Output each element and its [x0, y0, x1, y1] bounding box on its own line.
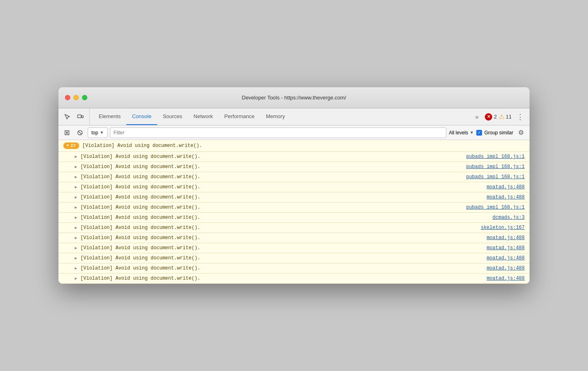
row-source-link[interactable]: pubads_impl_168.js:1 [466, 205, 525, 210]
row-left: ▶ [Violation] Avoid using document.write… [75, 245, 200, 251]
row-expand-arrow[interactable]: ▶ [75, 185, 77, 190]
row-left: ▶ [Violation] Avoid using document.write… [75, 205, 200, 210]
error-badge: ✕ [485, 113, 492, 121]
console-row: ▶ [Violation] Avoid using document.write… [58, 213, 530, 223]
row-expand-arrow[interactable]: ▶ [75, 246, 77, 250]
row-expand-arrow[interactable]: ▶ [75, 154, 77, 159]
row-source-link[interactable]: pubads_impl_168.js:1 [466, 164, 525, 170]
tab-console[interactable]: Console [126, 108, 157, 125]
group-badge[interactable]: ▼ 27 [63, 142, 79, 149]
group-header-message: [Violation] Avoid using document.write()… [82, 143, 202, 149]
clear-console-button[interactable] [62, 127, 72, 138]
maximize-button[interactable] [82, 95, 87, 100]
row-left: ▶ [Violation] Avoid using document.write… [75, 225, 200, 231]
warning-icon: ⚠ [499, 113, 504, 121]
console-toolbar: top ▼ All levels ▼ ✓ Group similar ⚙ [58, 125, 530, 140]
row-left: ▶ [Violation] Avoid using document.write… [75, 276, 200, 281]
row-left: ▶ [Violation] Avoid using document.write… [75, 235, 200, 241]
row-message: [Violation] Avoid using document.write()… [80, 174, 200, 180]
row-message: [Violation] Avoid using document.write()… [80, 235, 200, 241]
filter-input[interactable] [110, 127, 447, 138]
console-row: ▶ [Violation] Avoid using document.write… [58, 172, 530, 182]
row-left: ▶ [Violation] Avoid using document.write… [75, 164, 200, 170]
row-source-link[interactable]: moatad.js:488 [486, 235, 525, 241]
error-count: 2 [494, 114, 497, 120]
console-row: ▶ [Violation] Avoid using document.write… [58, 152, 530, 162]
tab-performance[interactable]: Performance [218, 108, 260, 125]
more-options-button[interactable]: ⋮ [514, 112, 526, 121]
row-source-link[interactable]: pubads_impl_168.js:1 [466, 174, 525, 180]
console-row: ▶ [Violation] Avoid using document.write… [58, 243, 530, 253]
device-toolbar-button[interactable] [75, 111, 86, 123]
row-source-link[interactable]: moatad.js:488 [486, 194, 525, 200]
row-message: [Violation] Avoid using document.write()… [80, 164, 200, 170]
console-row: ▶ [Violation] Avoid using document.write… [58, 162, 530, 172]
console-content: ▼ 27 [Violation] Avoid using document.wr… [58, 140, 530, 284]
row-source-link[interactable]: moatad.js:488 [486, 255, 525, 261]
console-row: ▶ [Violation] Avoid using document.write… [58, 263, 530, 274]
group-similar-label: Group similar [484, 130, 513, 136]
row-expand-arrow[interactable]: ▶ [75, 175, 77, 179]
row-expand-arrow[interactable]: ▶ [75, 205, 77, 210]
row-left: ▶ [Violation] Avoid using document.write… [75, 154, 200, 160]
row-expand-arrow[interactable]: ▶ [75, 225, 77, 230]
context-value: top [91, 130, 98, 136]
row-expand-arrow[interactable]: ▶ [75, 215, 77, 220]
tab-elements[interactable]: Elements [93, 108, 126, 125]
svg-line-6 [79, 131, 82, 134]
tab-bar: Elements Console Sources Network Perform… [58, 108, 530, 125]
row-left: ▶ [Violation] Avoid using document.write… [75, 255, 200, 261]
group-similar-option: ✓ Group similar [476, 130, 513, 136]
row-message: [Violation] Avoid using document.write()… [80, 245, 200, 251]
context-selector[interactable]: top ▼ [88, 127, 108, 138]
row-source-link[interactable]: skeleton.js:167 [481, 225, 525, 231]
row-message: [Violation] Avoid using document.write()… [80, 225, 200, 231]
row-left: ▶ [Violation] Avoid using document.write… [75, 194, 200, 200]
close-button[interactable] [65, 95, 70, 100]
console-row: ▶ [Violation] Avoid using document.write… [58, 223, 530, 233]
row-expand-arrow[interactable]: ▶ [75, 266, 77, 271]
console-row: ▶ [Violation] Avoid using document.write… [58, 192, 530, 203]
title-bar: Developer Tools - https://www.theverge.c… [58, 87, 530, 108]
devtools-window: Developer Tools - https://www.theverge.c… [58, 87, 530, 284]
tab-network[interactable]: Network [188, 108, 219, 125]
more-tabs-button[interactable]: » [471, 111, 482, 123]
tab-memory[interactable]: Memory [260, 108, 291, 125]
minimize-button[interactable] [74, 95, 79, 100]
row-left: ▶ [Violation] Avoid using document.write… [75, 184, 200, 190]
level-selector[interactable]: All levels ▼ [449, 130, 473, 136]
row-source-link[interactable]: moatad.js:488 [486, 245, 525, 251]
console-row: ▶ [Violation] Avoid using document.write… [58, 233, 530, 243]
console-group-header: ▼ 27 [Violation] Avoid using document.wr… [58, 140, 530, 152]
row-message: [Violation] Avoid using document.write()… [80, 184, 200, 190]
row-message: [Violation] Avoid using document.write()… [80, 215, 200, 220]
inspect-element-button[interactable] [62, 111, 73, 123]
traffic-lights [65, 95, 87, 100]
console-settings-button[interactable]: ⚙ [516, 127, 526, 138]
warning-count: 11 [506, 114, 512, 120]
row-expand-arrow[interactable]: ▶ [75, 276, 77, 281]
row-expand-arrow[interactable]: ▶ [75, 256, 77, 261]
group-count: 27 [70, 143, 76, 148]
console-row: ▶ [Violation] Avoid using document.write… [58, 274, 530, 284]
tab-right-area: » ✕ 2 ⚠ 11 ⋮ [468, 108, 526, 125]
row-expand-arrow[interactable]: ▶ [75, 235, 77, 240]
row-source-link[interactable]: moatad.js:488 [486, 184, 525, 190]
row-expand-arrow[interactable]: ▶ [75, 195, 77, 200]
row-expand-arrow[interactable]: ▶ [75, 164, 77, 169]
row-source-link[interactable]: dcmads.js:3 [493, 215, 525, 220]
context-dropdown-arrow: ▼ [100, 130, 104, 135]
row-left: ▶ [Violation] Avoid using document.write… [75, 174, 200, 180]
row-source-link[interactable]: pubads_impl_168.js:1 [466, 154, 525, 160]
row-left: ▶ [Violation] Avoid using document.write… [75, 265, 200, 271]
row-source-link[interactable]: moatad.js:488 [486, 276, 525, 281]
row-left: ▶ [Violation] Avoid using document.write… [75, 215, 200, 220]
block-requests-button[interactable] [75, 127, 85, 138]
group-similar-checkbox[interactable]: ✓ [476, 130, 482, 136]
row-message: [Violation] Avoid using document.write()… [80, 194, 200, 200]
main-tabs: Elements Console Sources Network Perform… [93, 108, 468, 125]
console-row: ▶ [Violation] Avoid using document.write… [58, 253, 530, 263]
row-source-link[interactable]: moatad.js:488 [486, 265, 525, 271]
row-message: [Violation] Avoid using document.write()… [80, 255, 200, 261]
tab-sources[interactable]: Sources [157, 108, 188, 125]
